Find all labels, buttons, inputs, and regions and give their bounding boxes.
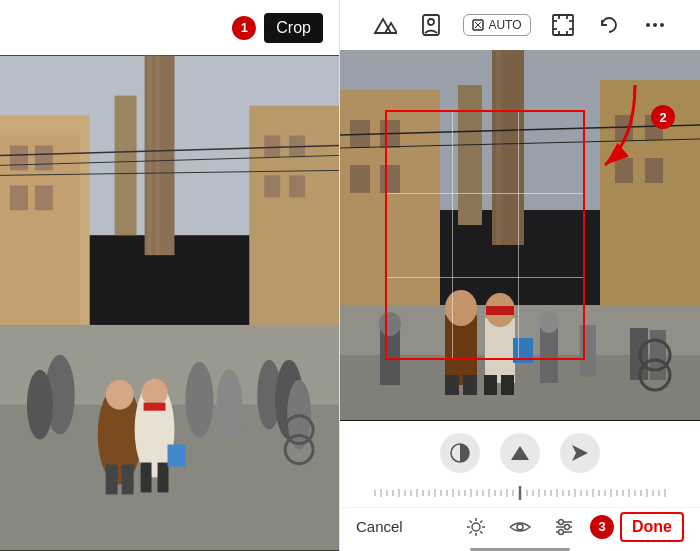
svg-rect-8 [264,135,280,157]
svg-point-32 [185,362,213,438]
svg-rect-71 [496,50,501,245]
mountain-button[interactable] [500,433,540,473]
svg-point-57 [653,23,657,27]
portrait-icon[interactable] [417,11,445,39]
auto-button[interactable]: AUTO [463,14,530,36]
left-panel: 1 Crop [0,0,340,551]
svg-rect-85 [380,330,400,385]
svg-rect-22 [122,465,134,495]
svg-point-24 [142,379,168,407]
svg-line-156 [480,520,482,522]
svg-rect-79 [485,318,515,383]
svg-rect-91 [650,330,666,380]
svg-rect-77 [445,375,459,395]
svg-rect-72 [458,85,482,225]
svg-rect-78 [463,375,477,395]
crop-label: Crop [276,19,311,37]
square-icon[interactable] [549,11,577,39]
send-button[interactable] [560,433,600,473]
svg-point-45 [428,19,434,25]
svg-rect-11 [289,175,305,197]
mountains-icon[interactable] [371,11,399,39]
svg-rect-82 [484,375,497,395]
left-image-area [0,55,339,551]
tool-buttons [440,421,600,479]
right-panel: AUTO [340,0,700,551]
brightness-icon[interactable] [464,515,488,539]
svg-rect-28 [158,463,169,493]
eye-icon[interactable] [508,515,532,539]
svg-point-33 [216,369,242,441]
bottom-tools: Cancel [340,421,700,551]
right-image-area: 2 [340,50,700,421]
svg-point-149 [472,523,480,531]
cancel-button[interactable]: Cancel [356,518,403,535]
svg-rect-10 [264,175,280,197]
svg-point-76 [445,290,477,326]
right-toolbar: AUTO [340,0,700,50]
svg-point-88 [539,311,559,333]
svg-rect-83 [501,375,514,395]
rotate-icon[interactable] [595,11,623,39]
svg-rect-3 [10,145,28,170]
svg-point-158 [517,524,523,530]
svg-line-154 [470,520,472,522]
left-header: 1 Crop [0,0,339,55]
svg-rect-29 [168,445,186,467]
step3-badge: 3 [590,515,614,539]
done-badge-container: 3 Done [590,512,684,542]
svg-point-56 [646,23,650,27]
svg-rect-4 [35,145,53,170]
circle-half-button[interactable] [440,433,480,473]
svg-rect-89 [580,325,596,377]
svg-line-157 [470,531,472,533]
svg-rect-69 [645,158,663,183]
svg-point-19 [106,380,134,410]
svg-point-164 [559,529,564,534]
svg-rect-64 [380,165,400,193]
svg-rect-87 [540,328,558,383]
svg-point-58 [660,23,664,27]
svg-marker-99 [572,445,588,461]
svg-rect-27 [141,463,152,493]
svg-rect-13 [148,56,152,255]
svg-marker-98 [511,446,529,460]
step1-badge: 1 [232,16,256,40]
auto-label: AUTO [488,18,521,32]
svg-rect-5 [10,185,28,210]
done-button[interactable]: Done [620,512,684,542]
bottom-center-icons [464,515,576,539]
svg-rect-26 [144,403,166,411]
svg-point-31 [27,370,53,440]
svg-point-86 [379,312,401,336]
slider-track[interactable] [360,483,680,503]
more-icon[interactable] [641,11,669,39]
svg-rect-15 [115,96,137,236]
adjust-icon[interactable] [552,515,576,539]
svg-rect-84 [513,338,533,363]
svg-rect-25 [142,415,168,470]
svg-rect-47 [553,15,573,35]
svg-rect-14 [156,56,160,255]
slider-ticks [370,483,670,503]
step2-badge: 2 [651,105,675,129]
svg-rect-81 [486,306,514,315]
svg-rect-63 [350,165,370,193]
bottom-bar: Cancel [340,507,700,546]
svg-rect-6 [35,185,53,210]
svg-point-163 [565,524,570,529]
svg-line-155 [480,531,482,533]
svg-rect-68 [615,158,633,183]
svg-rect-21 [106,465,118,495]
svg-point-162 [559,519,564,524]
crop-button[interactable]: Crop [264,13,323,43]
